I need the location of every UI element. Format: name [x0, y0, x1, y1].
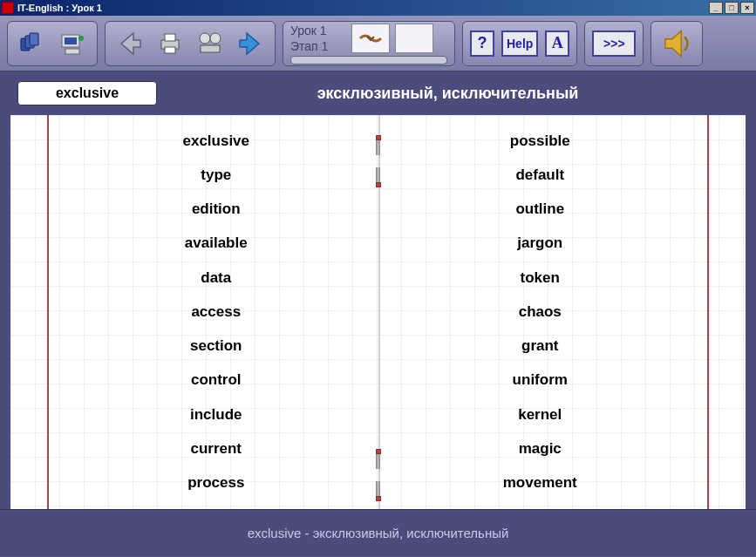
word-left[interactable]: process [54, 466, 378, 500]
lesson-blank-slot [395, 24, 433, 53]
toolbar-group-nav [105, 21, 276, 66]
svg-rect-8 [165, 34, 175, 41]
svg-point-10 [200, 33, 210, 44]
svg-rect-4 [65, 37, 77, 44]
word-right[interactable]: kernel [378, 397, 703, 431]
margin-line-right [707, 115, 709, 509]
toolbar-group-help: ? Help A [462, 21, 577, 66]
toolbar: Урок 1 Этап 1 ? Help A >>> [0, 16, 756, 71]
word-right[interactable]: movement [378, 466, 703, 500]
maximize-button[interactable]: □ [725, 2, 739, 14]
word-right[interactable]: token [378, 261, 703, 295]
svg-rect-12 [201, 45, 220, 52]
word-left[interactable]: available [54, 227, 378, 261]
word-left[interactable]: access [54, 295, 378, 329]
app-icon [2, 2, 14, 14]
content-wrap: exclusive type edition available data ac… [0, 115, 756, 509]
print-icon[interactable] [153, 26, 187, 61]
margin-line-left [47, 115, 49, 509]
lesson-label: Урок 1 Этап 1 [290, 23, 346, 54]
close-button[interactable]: × [740, 2, 754, 14]
svg-rect-2 [30, 33, 38, 45]
current-word-box: exclusive [17, 81, 157, 105]
divider-tick [375, 166, 382, 185]
lesson-line1: Урок 1 [290, 23, 346, 38]
divider-tick [375, 479, 382, 499]
toolbar-group-files [7, 21, 98, 66]
lesson-line2: Этап 1 [290, 38, 346, 54]
left-column: exclusive type edition available data ac… [54, 124, 378, 500]
word-grid: exclusive type edition available data ac… [10, 115, 746, 509]
handshake-icon[interactable] [351, 24, 390, 53]
skip-button[interactable]: >>> [592, 31, 636, 57]
toolbar-group-sound [650, 21, 703, 66]
word-left[interactable]: exclusive [54, 124, 378, 158]
toolbar-group-lesson: Урок 1 Этап 1 [283, 21, 455, 66]
word-left[interactable]: include [54, 397, 378, 431]
divider-tick [375, 138, 382, 157]
right-column: possible default outline jargon token ch… [378, 124, 703, 500]
svg-point-6 [78, 36, 84, 41]
help-question-button[interactable]: ? [470, 31, 494, 57]
progress-bar[interactable] [290, 56, 447, 65]
minimize-button[interactable]: _ [709, 2, 723, 14]
word-right[interactable]: outline [378, 193, 703, 227]
forward-arrow-icon[interactable] [233, 26, 268, 61]
word-left[interactable]: control [54, 363, 378, 397]
library-icon[interactable] [15, 26, 50, 61]
header-strip: exclusive эксклюзивный, исключительный [0, 71, 756, 115]
word-right[interactable]: default [378, 158, 703, 192]
help-button[interactable]: Help [501, 31, 538, 57]
word-right[interactable]: grant [378, 329, 703, 363]
svg-rect-5 [65, 49, 79, 54]
divider-tick [375, 452, 382, 471]
back-arrow-icon[interactable] [112, 26, 147, 61]
reels-icon[interactable] [193, 26, 228, 61]
word-right[interactable]: jargon [378, 227, 703, 261]
footer: exclusive - эксклюзивный, исключительный [0, 509, 756, 556]
titlebar: IT-English : Урок 1 _ □ × [0, 0, 756, 16]
word-right[interactable]: chaos [378, 295, 703, 329]
word-left[interactable]: section [54, 329, 378, 363]
window-title: IT-English : Урок 1 [17, 3, 707, 13]
computer-icon[interactable] [55, 26, 90, 61]
svg-rect-9 [165, 47, 175, 53]
font-button[interactable]: A [545, 31, 569, 57]
word-left[interactable]: current [54, 431, 378, 465]
speaker-icon[interactable] [658, 25, 695, 62]
word-right[interactable]: magic [378, 431, 703, 465]
word-left[interactable]: type [54, 158, 378, 192]
word-left[interactable]: data [54, 261, 378, 295]
word-right[interactable]: possible [378, 124, 703, 158]
toolbar-group-skip: >>> [584, 21, 644, 66]
word-left[interactable]: edition [54, 193, 378, 227]
svg-point-11 [210, 33, 221, 44]
current-translation: эксклюзивный, исключительный [157, 85, 739, 103]
footer-text: exclusive - эксклюзивный, исключительный [248, 526, 509, 540]
word-right[interactable]: uniform [378, 363, 703, 397]
